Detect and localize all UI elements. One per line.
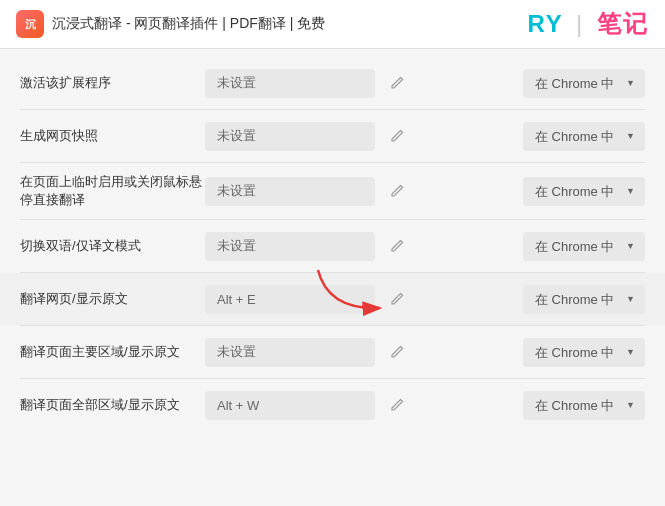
row-mouse-stop: 在页面上临时启用或关闭鼠标悬停直接翻译 在 Chrome 中 — [0, 163, 665, 219]
chrome-dropdown-translate-all[interactable]: 在 Chrome 中 — [523, 391, 645, 420]
label-translate-page: 翻译网页/显示原文 — [20, 290, 205, 308]
header: 沉 沉浸式翻译 - 网页翻译插件 | PDF翻译 | 免费 RY | 笔记 — [0, 0, 665, 49]
label-translate-main: 翻译页面主要区域/显示原文 — [20, 343, 205, 361]
chrome-select-translate-page[interactable]: 在 Chrome 中 — [523, 285, 645, 314]
chrome-dropdown-mouse-stop[interactable]: 在 Chrome 中 — [523, 177, 645, 206]
chrome-dropdown-activate[interactable]: 在 Chrome 中 — [523, 69, 645, 98]
chrome-select-screenshot[interactable]: 在 Chrome 中 — [523, 122, 645, 151]
label-mouse-stop: 在页面上临时启用或关闭鼠标悬停直接翻译 — [20, 173, 205, 209]
shortcut-input-bilingual[interactable] — [205, 232, 375, 261]
chrome-select-translate-all[interactable]: 在 Chrome 中 — [523, 391, 645, 420]
row-translate-page: 翻译网页/显示原文 在 Chrome 中 — [0, 273, 665, 325]
input-translate-page[interactable] — [205, 285, 375, 314]
input-screenshot[interactable] — [205, 122, 375, 151]
shortcut-input-activate[interactable] — [205, 69, 375, 98]
chrome-dropdown-translate-page[interactable]: 在 Chrome 中 — [523, 285, 645, 314]
chrome-dropdown-bilingual[interactable]: 在 Chrome 中 — [523, 232, 645, 261]
input-bilingual[interactable] — [205, 232, 375, 261]
chrome-select-mouse-stop[interactable]: 在 Chrome 中 — [523, 177, 645, 206]
chrome-select-translate-main[interactable]: 在 Chrome 中 — [523, 338, 645, 367]
shortcut-input-screenshot[interactable] — [205, 122, 375, 151]
edit-icon-bilingual[interactable] — [383, 232, 411, 260]
brand-logo: RY | 笔记 — [527, 8, 649, 40]
header-title: 沉浸式翻译 - 网页翻译插件 | PDF翻译 | 免费 — [52, 15, 325, 33]
label-screenshot: 生成网页快照 — [20, 127, 205, 145]
row-translate-main: 翻译页面主要区域/显示原文 在 Chrome 中 — [0, 326, 665, 378]
row-bilingual: 切换双语/仅译文模式 在 Chrome 中 — [0, 220, 665, 272]
app-logo-icon: 沉 — [16, 10, 44, 38]
edit-icon-translate-page[interactable] — [383, 285, 411, 313]
input-translate-main[interactable] — [205, 338, 375, 367]
chrome-dropdown-screenshot[interactable]: 在 Chrome 中 — [523, 122, 645, 151]
chrome-select-bilingual[interactable]: 在 Chrome 中 — [523, 232, 645, 261]
chrome-dropdown-translate-main[interactable]: 在 Chrome 中 — [523, 338, 645, 367]
edit-icon-translate-main[interactable] — [383, 338, 411, 366]
edit-icon-translate-all[interactable] — [383, 391, 411, 419]
row-screenshot: 生成网页快照 在 Chrome 中 — [0, 110, 665, 162]
input-translate-all[interactable] — [205, 391, 375, 420]
header-left: 沉 沉浸式翻译 - 网页翻译插件 | PDF翻译 | 免费 — [16, 10, 325, 38]
shortcut-input-translate-main[interactable] — [205, 338, 375, 367]
label-activate: 激活该扩展程序 — [20, 74, 205, 92]
label-translate-all: 翻译页面全部区域/显示原文 — [20, 396, 205, 414]
shortcuts-list: 激活该扩展程序 在 Chrome 中 生成网页快照 — [0, 49, 665, 439]
shortcut-input-translate-all[interactable] — [205, 391, 375, 420]
brand-ry: RY — [527, 10, 563, 37]
input-mouse-stop[interactable] — [205, 177, 375, 206]
shortcut-input-mouse-stop[interactable] — [205, 177, 375, 206]
input-activate[interactable] — [205, 69, 375, 98]
row-activate: 激活该扩展程序 在 Chrome 中 — [0, 57, 665, 109]
edit-icon-activate[interactable] — [383, 69, 411, 97]
chrome-select-activate[interactable]: 在 Chrome 中 — [523, 69, 645, 98]
row-translate-all: 翻译页面全部区域/显示原文 在 Chrome 中 — [0, 379, 665, 431]
shortcut-input-translate-page[interactable] — [205, 285, 375, 314]
edit-icon-screenshot[interactable] — [383, 122, 411, 150]
brand-note: 笔记 — [597, 10, 649, 37]
edit-icon-mouse-stop[interactable] — [383, 177, 411, 205]
label-bilingual: 切换双语/仅译文模式 — [20, 237, 205, 255]
